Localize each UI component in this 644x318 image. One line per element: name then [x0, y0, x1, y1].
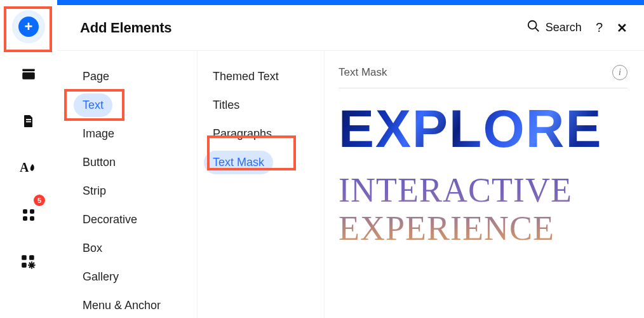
svg-rect-9: [22, 255, 27, 260]
design-button[interactable]: A: [10, 149, 48, 187]
search-button[interactable]: Search: [527, 19, 582, 36]
sample2-line1: INTERACTIVE: [339, 171, 572, 209]
svg-rect-0: [22, 69, 35, 71]
svg-line-22: [535, 28, 539, 31]
category-item[interactable]: Image: [74, 122, 123, 146]
category-item[interactable]: Page: [74, 65, 118, 88]
text-mask-sample-interactive[interactable]: INTERACTIVE EXPERIENCE: [339, 171, 627, 248]
page-icon: [20, 112, 37, 130]
panel-title: Add Elements: [80, 20, 171, 36]
svg-rect-1: [22, 73, 35, 80]
preview-area: EXPLORE INTERACTIVE EXPERIENCE: [339, 104, 627, 248]
svg-rect-7: [23, 216, 27, 221]
top-accent-bar: [57, 0, 644, 5]
help-button[interactable]: ?: [596, 20, 603, 35]
grid-gear-icon: [20, 253, 37, 271]
category-item[interactable]: Gallery: [74, 265, 128, 289]
add-elements-panel: Add Elements Search ? ✕ PageTextImageBut…: [57, 5, 644, 318]
preview-title: Text Mask: [339, 66, 387, 79]
sample2-line2: EXPERIENCE: [339, 209, 554, 247]
plus-icon: +: [18, 17, 39, 37]
svg-text:A: A: [20, 160, 29, 174]
svg-line-17: [29, 263, 30, 264]
svg-rect-3: [26, 121, 31, 123]
sections-button[interactable]: [10, 55, 48, 93]
apps-button[interactable]: 5: [10, 196, 48, 234]
category-item[interactable]: Text: [74, 93, 112, 117]
info-icon[interactable]: i: [612, 65, 627, 80]
search-label: Search: [546, 21, 582, 34]
svg-rect-8: [30, 216, 34, 221]
category-item[interactable]: Menu & Anchor: [74, 294, 170, 317]
subcategory-item[interactable]: Themed Text: [204, 65, 288, 88]
plus-circle-bg: +: [12, 10, 45, 43]
apps-badge: 5: [34, 195, 45, 206]
text-mask-sample-explore[interactable]: EXPLORE: [339, 104, 627, 155]
grid-icon: [20, 206, 37, 224]
category-item[interactable]: Strip: [74, 179, 115, 203]
svg-point-21: [528, 21, 537, 29]
subcategory-list: Themed TextTitlesParagraphsText Mask: [204, 65, 324, 179]
svg-rect-11: [29, 255, 34, 260]
sections-icon: [20, 65, 37, 83]
svg-line-19: [29, 266, 30, 268]
panel-header: Add Elements Search ? ✕: [57, 5, 644, 51]
design-icon: A: [20, 159, 37, 177]
category-item[interactable]: Decorative: [74, 208, 146, 232]
category-column: PageTextImageButtonStripDecorativeBoxGal…: [57, 51, 197, 318]
preview-column: Text Mask i EXPLORE INTERACTIVE EXPERIEN…: [324, 51, 644, 318]
subcategory-item[interactable]: Paragraphs: [204, 122, 281, 146]
settings-apps-button[interactable]: [10, 243, 48, 281]
svg-rect-10: [22, 263, 27, 268]
panel-body: PageTextImageButtonStripDecorativeBoxGal…: [57, 51, 644, 318]
svg-line-20: [33, 263, 34, 264]
search-icon: [527, 19, 540, 36]
pages-button[interactable]: [10, 102, 48, 140]
subcategory-item[interactable]: Titles: [204, 93, 248, 117]
svg-line-18: [33, 266, 34, 268]
svg-rect-5: [23, 209, 27, 214]
svg-point-12: [29, 263, 34, 267]
close-button[interactable]: ✕: [617, 20, 627, 36]
category-list: PageTextImageButtonStripDecorativeBoxGal…: [74, 65, 197, 318]
svg-rect-2: [26, 119, 31, 120]
left-toolbar: + A 5: [0, 0, 57, 318]
header-actions: Search ? ✕: [527, 19, 627, 36]
subcategory-item[interactable]: Text Mask: [204, 151, 273, 174]
subcategory-column: Themed TextTitlesParagraphsText Mask: [197, 51, 324, 318]
category-item[interactable]: Box: [74, 237, 111, 260]
preview-header: Text Mask i: [339, 65, 627, 88]
svg-rect-6: [30, 209, 34, 214]
add-elements-button[interactable]: +: [10, 8, 48, 46]
category-item[interactable]: Button: [74, 151, 124, 174]
